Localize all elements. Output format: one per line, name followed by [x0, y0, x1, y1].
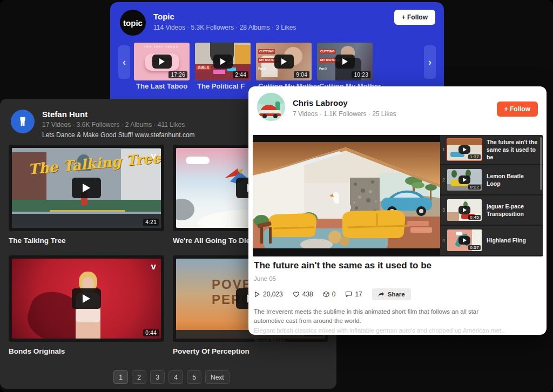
share-button[interactable]: Share — [372, 288, 411, 300]
collections-stat[interactable]: 0 — [323, 290, 336, 298]
topic-channel-stats: 114 Videos · 5.3K Followers · 28 Albums … — [153, 24, 296, 31]
chevron-right-icon: › — [428, 57, 431, 67]
playlist-item[interactable]: 3 0:45 jaguar E-pace Transposition — [440, 195, 543, 225]
topic-follow-button[interactable]: + Follow — [394, 10, 435, 25]
play-button[interactable] — [458, 175, 470, 184]
page-next-button[interactable]: Next — [205, 370, 230, 384]
page-button-5[interactable]: 5 — [187, 370, 201, 384]
description-line: automotive cast from around the world. — [254, 316, 541, 326]
stefan-video-title[interactable]: Bonds Originals — [9, 347, 164, 355]
script-line-1: The — [28, 159, 58, 178]
topic-video-title[interactable]: The Last Taboo — [136, 82, 187, 90]
playlist-index: 2 — [440, 177, 447, 183]
stefan-channel-name: Stefan Hunt — [42, 110, 195, 119]
play-button[interactable] — [458, 236, 470, 245]
playlist-scrollbar[interactable] — [540, 137, 542, 190]
pagination: 1 2 3 4 5 Next — [113, 370, 230, 384]
thumb-overlay-text: CUTTING — [258, 49, 275, 54]
stefan-video-thumb[interactable]: The Talking Tree v 4:21 — [9, 145, 164, 231]
playlist-item-partial — [440, 256, 543, 256]
topic-video-thumb[interactable]: CUTTING MY MOTHER Part 6 9:04 — [256, 43, 312, 80]
thumb-overlay-subtext: Part 3 — [319, 67, 327, 70]
playlist-panel: 1 1:37 The future ain't the same as it u… — [440, 135, 543, 256]
carousel-prev-button[interactable]: ‹ — [118, 45, 130, 79]
page-button-1[interactable]: 1 — [113, 370, 128, 384]
topic-avatar-label: topic — [123, 18, 143, 28]
comments-stat[interactable]: 17 — [345, 290, 362, 298]
playlist-thumb[interactable]: 0:22 — [447, 169, 482, 191]
stefan-video-title[interactable]: The Talking Tree — [9, 236, 164, 245]
likes-stat[interactable]: 438 — [293, 290, 313, 298]
playlist-index: 3 — [440, 207, 447, 213]
page-button-4[interactable]: 4 — [168, 370, 183, 384]
play-button[interactable] — [72, 178, 101, 198]
video-screen[interactable] — [253, 135, 440, 256]
neon-pink — [213, 70, 225, 74]
playlist-thumb[interactable]: 0:57 — [447, 229, 482, 251]
play-button[interactable] — [274, 55, 294, 69]
mini-wood — [447, 139, 482, 145]
read-more-link[interactable]: Read More... — [254, 337, 541, 344]
thumb-overlay-subtext: Part 6 — [258, 67, 266, 70]
mini-shoe — [456, 232, 462, 235]
play-button[interactable] — [458, 145, 470, 154]
video-stats-row: 20,023 438 0 17 Share — [254, 288, 541, 300]
playlist-thumb[interactable]: 0:45 — [447, 199, 482, 221]
stefan-channel-bio: Lets Dance & Make Good Stuff! www.stefan… — [42, 131, 195, 139]
description-line: The Irreverent meets the sublime in this… — [254, 307, 541, 316]
chris-follow-button[interactable]: + Follow — [497, 102, 538, 117]
stefan-channel-stats: 17 Videos · 3.6K Followers · 2 Albums · … — [42, 121, 195, 129]
stefan-video-thumb[interactable]: v 0:44 — [9, 255, 164, 342]
screenshot-stage: topic Topic 114 Videos · 5.3K Followers … — [0, 0, 553, 392]
topic-avatar[interactable]: topic — [120, 10, 146, 36]
letterbox-bottom — [253, 248, 440, 256]
bridge-deck — [12, 214, 161, 228]
duration-badge: 10:23 — [352, 71, 370, 78]
share-label: Share — [388, 291, 405, 298]
stefan-video-item: v 0:44 Bonds Originals — [9, 255, 164, 355]
page-button-2[interactable]: 2 — [132, 370, 146, 384]
duration-badge: 4:21 — [143, 219, 159, 226]
carousel-next-button[interactable]: › — [424, 45, 436, 79]
play-icon — [463, 208, 467, 212]
playlist-thumb-selected[interactable]: 1:37 — [447, 139, 482, 160]
page-button-3[interactable]: 3 — [150, 370, 165, 384]
play-button[interactable] — [458, 206, 470, 214]
plays-stat: 20,023 — [254, 290, 283, 298]
play-icon — [83, 294, 90, 303]
play-icon — [342, 58, 348, 65]
chris-channel-stats: 7 Videos · 1.1K Followers · 25 Likes — [293, 110, 396, 118]
red-car-avatar-art — [257, 93, 285, 121]
topic-video-thumb[interactable]: CUTTING MY MOTHER Part 3 10:23 — [317, 43, 373, 80]
topic-video-title[interactable]: The Political F — [197, 82, 245, 90]
chevron-left-icon: ‹ — [123, 57, 126, 67]
playlist-item[interactable]: 4 0:57 Highland Fling — [440, 226, 543, 255]
play-button[interactable] — [152, 55, 172, 69]
likes-count: 438 — [302, 290, 313, 298]
play-button[interactable] — [335, 55, 355, 69]
duration-badge: 0:57 — [468, 245, 481, 250]
playlist-title: Lemon Beatle Loop — [482, 172, 543, 187]
stefan-video-title[interactable]: Poverty Of Perception — [173, 347, 328, 355]
play-icon — [463, 147, 467, 152]
chris-labrooy-channel-card: Chris Labrooy 7 Videos · 1.1K Followers … — [248, 86, 547, 335]
vimeo-logo: v — [151, 262, 156, 271]
tiny-credit-line — [50, 210, 125, 212]
comment-icon — [345, 291, 352, 298]
topic-video-thumb[interactable]: the last taboo ~m~ 17:26 — [134, 43, 190, 80]
playlist-item[interactable]: 1 1:37 The future ain't the same as it u… — [440, 135, 543, 164]
thumb-overlay-text: GIRLS — [196, 65, 211, 70]
chris-avatar[interactable] — [257, 93, 285, 121]
play-icon — [83, 184, 90, 192]
play-icon — [220, 58, 226, 65]
topic-video-thumb[interactable]: GIRLS 2:44 — [195, 43, 251, 80]
collections-count: 0 — [332, 290, 336, 298]
future-film-frame-art — [253, 142, 440, 249]
playlist-item[interactable]: 2 0:22 Lemon Beatle Loop — [440, 165, 543, 194]
talking-tree-art: The Talking Tree v 4:21 — [12, 148, 161, 228]
play-button[interactable] — [72, 288, 101, 309]
play-button[interactable] — [213, 55, 233, 69]
stefan-avatar[interactable] — [11, 110, 35, 133]
share-icon — [378, 292, 385, 298]
mini-palm — [451, 170, 457, 178]
